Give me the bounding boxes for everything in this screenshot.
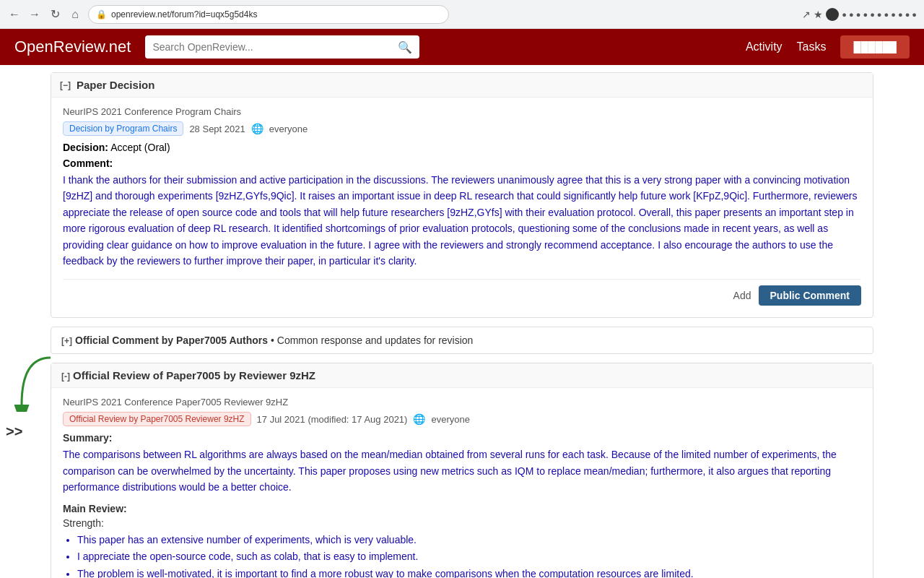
strength-bullets: This paper has an extensive number of ex…: [63, 532, 861, 578]
tasks-link[interactable]: Tasks: [797, 40, 827, 53]
browser-bar: ← → ↻ ⌂ 🔒 openreview.net/forum?id=uqx5g5…: [0, 0, 924, 29]
forward-button[interactable]: →: [27, 7, 42, 22]
browser-actions: ↗ ★ ● ● ● ● ● ● ● ● ● ● ●: [802, 8, 917, 21]
paper-decision-toggle[interactable]: [−]: [60, 80, 71, 90]
official-comment-toggle: [+]: [61, 336, 72, 346]
decision-value: Accept (Oral): [110, 142, 170, 153]
official-comment-sep: •: [271, 335, 274, 346]
main-review-label: Main Review:: [63, 503, 861, 514]
bullet-1: This paper has an extensive number of ex…: [77, 532, 861, 549]
share-icon[interactable]: ↗: [802, 9, 811, 20]
bullet-3: The problem is well-motivated, it is imp…: [77, 566, 861, 578]
review-meta: Official Review by Paper7005 Reviewer 9z…: [63, 412, 861, 426]
official-review-header: [-]Official Review of Paper7005 by Revie…: [51, 363, 873, 388]
paper-decision-block: [−] Paper Decision NeurIPS 2021 Conferen…: [51, 72, 873, 318]
brand-name: OpenReview: [14, 38, 105, 56]
ext-icons: ● ● ● ● ● ● ● ● ● ● ●: [842, 10, 917, 19]
official-review-block: [-]Official Review of Paper7005 by Revie…: [51, 363, 873, 578]
decision-audience: everyone: [269, 124, 308, 134]
add-link[interactable]: Add: [733, 290, 751, 301]
decision-date: 28 Sept 2021: [189, 124, 245, 134]
paper-decision-title: Paper Decision: [77, 79, 154, 91]
decision-tag[interactable]: Decision by Program Chairs: [63, 121, 183, 136]
search-input[interactable]: [152, 41, 398, 53]
main-wrapper: [−] Paper Decision NeurIPS 2021 Conferen…: [36, 65, 888, 578]
search-button[interactable]: 🔍: [398, 40, 412, 54]
summary-text: The comparisons between RL algorithms ar…: [63, 447, 861, 495]
search-bar[interactable]: 🔍: [145, 35, 419, 59]
official-comment-title: Official Comment by Paper7005 Authors: [75, 335, 268, 346]
decision-line: Decision: Accept (Oral): [63, 142, 861, 153]
brand-suffix: .net: [105, 38, 131, 56]
official-review-body: NeurIPS 2021 Conference Paper7005 Review…: [51, 388, 873, 578]
add-comment-row: Add Public Comment: [63, 279, 861, 306]
nav-links: Activity Tasks ██████: [746, 35, 910, 59]
activity-link[interactable]: Activity: [746, 40, 783, 53]
comment-text: I thank the authors for their submission…: [63, 172, 861, 269]
bullet-2: I appreciate the open-source code, such …: [77, 548, 861, 566]
review-audience: everyone: [431, 414, 469, 425]
back-button[interactable]: ←: [7, 7, 22, 22]
public-comment-button[interactable]: Public Comment: [759, 285, 861, 306]
address-bar[interactable]: 🔒 openreview.net/forum?id=uqx5g5d4ks: [88, 5, 449, 24]
review-globe-icon: 🌐: [413, 413, 425, 425]
review-conference: NeurIPS 2021 Conference Paper7005 Review…: [63, 397, 861, 407]
official-review-toggle[interactable]: [-]: [61, 371, 70, 381]
url-text: openreview.net/forum?id=uqx5g5d4ks: [111, 9, 257, 20]
summary-label: Summary:: [63, 432, 861, 444]
globe-icon: 🌐: [251, 123, 263, 134]
content-area: [−] Paper Decision NeurIPS 2021 Conferen…: [0, 65, 924, 578]
paper-decision-body: NeurIPS 2021 Conference Program Chairs D…: [51, 98, 873, 317]
double-chevron[interactable]: >>: [6, 423, 22, 440]
official-comment-subtitle: Common response and updates for revision: [277, 335, 474, 346]
reload-button[interactable]: ↻: [48, 7, 62, 22]
user-button[interactable]: ██████: [840, 35, 910, 59]
bookmark-icon[interactable]: ★: [814, 9, 823, 20]
home-button[interactable]: ⌂: [68, 7, 82, 22]
paper-decision-conference: NeurIPS 2021 Conference Program Chairs: [63, 106, 861, 117]
paper-decision-meta: Decision by Program Chairs 28 Sept 2021 …: [63, 121, 861, 136]
official-review-title: Official Review of Paper7005 by Reviewer…: [73, 369, 315, 381]
decision-label: Decision:: [63, 142, 108, 153]
brand-logo[interactable]: OpenReview.net: [14, 38, 131, 56]
official-comment-block: [+]Official Comment by Paper7005 Authors…: [51, 327, 873, 354]
review-date: 17 Jul 2021 (modified: 17 Aug 2021): [257, 414, 408, 425]
navbar: OpenReview.net 🔍 Activity Tasks ██████: [0, 29, 924, 65]
profile-icon: [826, 8, 839, 21]
review-tag[interactable]: Official Review by Paper7005 Reviewer 9z…: [63, 412, 251, 426]
paper-decision-header: [−] Paper Decision: [51, 73, 873, 98]
strength-label: Strength:: [63, 517, 861, 529]
lock-icon: 🔒: [96, 9, 107, 20]
comment-label: Comment:: [63, 158, 861, 169]
official-comment-header[interactable]: [+]Official Comment by Paper7005 Authors…: [51, 327, 873, 353]
